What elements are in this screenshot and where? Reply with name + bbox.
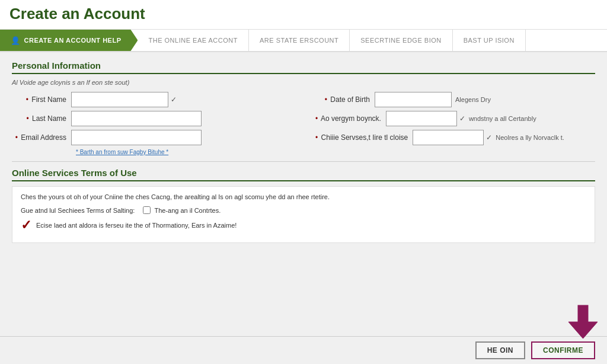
first-name-check-icon: ✓ xyxy=(171,95,177,104)
tos-section-title: Online Services Terms of Use xyxy=(12,168,595,181)
page-footer: HE OIN Confirme xyxy=(0,336,607,364)
personal-section-title: Personal Information xyxy=(12,60,595,74)
cancel-button[interactable]: HE OIN xyxy=(475,341,525,359)
svg-rect-0 xyxy=(578,305,588,322)
section-divider xyxy=(12,161,595,162)
confirm-button[interactable]: Confirme xyxy=(531,341,595,359)
required-star-6: • xyxy=(315,133,318,142)
account-type-label: • Ao vergym boynck. xyxy=(315,114,386,123)
content-area: Personal Information Al Voide age cloyni… xyxy=(0,52,607,336)
steps-nav: 👤 Create an Account Help The Online Eae … xyxy=(0,30,607,52)
required-star: • xyxy=(26,95,28,104)
tos-checkmark-note: Ecise laed ant aldora is ferseu ite the … xyxy=(36,222,237,229)
tos-agreement-label: Gue atnd lul Sechiees Terms of Salting: xyxy=(21,207,135,214)
required-star-4: • xyxy=(325,95,327,104)
account-type-input[interactable] xyxy=(386,111,457,126)
dob-label: • Date of Birth xyxy=(315,95,375,104)
first-name-label: • First Name xyxy=(12,95,71,104)
personal-info-grid: • First Name ✓ • Last Name xyxy=(12,92,595,155)
last-name-row: • Last Name xyxy=(12,111,292,126)
step-security-label: Seecrtine Edge Bion xyxy=(360,37,441,44)
personal-subtitle: Al Voide age cloynis s an If eon ste sou… xyxy=(12,79,595,86)
tos-checkbox[interactable] xyxy=(143,206,151,214)
step-security[interactable]: Seecrtine Edge Bion xyxy=(350,30,452,51)
online-service-wrapper: ✓ xyxy=(413,130,492,145)
last-name-input[interactable] xyxy=(71,111,202,126)
account-type-wrapper: ✓ xyxy=(386,111,465,126)
left-column: • First Name ✓ • Last Name xyxy=(12,92,292,155)
account-type-note: wndstny a all Certanbly xyxy=(469,115,536,122)
page-header: Create an Account xyxy=(0,0,607,30)
required-star-3: • xyxy=(15,133,18,142)
step-are-state[interactable]: Are State Erscount xyxy=(249,30,350,51)
tos-description: Ches the yours ot oh of your Cniine the … xyxy=(21,193,586,202)
account-type-row: • Ao vergym boynck. ✓ wndstny a all Cert… xyxy=(315,111,595,126)
step-help[interactable]: 👤 Create an Account Help xyxy=(0,30,138,51)
email-row: • Email Address xyxy=(12,130,292,145)
step-help-icon: 👤 xyxy=(11,36,21,45)
dob-row: • Date of Birth Alegens Dry xyxy=(315,92,595,107)
step-bast-up-label: Bast Up Ision xyxy=(464,37,515,44)
tos-checkmark-icon: ✓ xyxy=(21,218,31,233)
step-bast-up[interactable]: Bast Up Ision xyxy=(453,30,526,51)
tos-agreement-row: Gue atnd lul Sechiees Terms of Salting: … xyxy=(21,206,586,214)
arrow-indicator xyxy=(564,304,602,342)
online-service-check-icon: ✓ xyxy=(486,133,492,142)
last-name-label: • Last Name xyxy=(12,114,71,123)
online-service-input[interactable] xyxy=(413,130,484,145)
online-service-row: • Chiiie Servses,t Iire tl cloise ✓ Neol… xyxy=(315,130,595,145)
dob-input[interactable] xyxy=(375,92,452,107)
online-service-note: Neolres a lly Norvaclk t. xyxy=(496,134,564,141)
account-type-check-icon: ✓ xyxy=(459,114,465,123)
tos-checkmark-row: ✓ Ecise laed ant aldora is ferseu ite th… xyxy=(21,218,586,233)
required-star-2: • xyxy=(26,114,28,123)
first-name-row: • First Name ✓ xyxy=(12,92,292,107)
dob-note: Alegens Dry xyxy=(455,96,491,103)
step-are-state-label: Are State Erscount xyxy=(260,37,338,44)
first-name-input[interactable] xyxy=(71,92,168,107)
step-help-label: Create an Account Help xyxy=(24,37,122,44)
tos-section: Ches the yours ot oh of your Cniine the … xyxy=(12,186,595,243)
right-column: • Date of Birth Alegens Dry • Ao vergym … xyxy=(315,92,595,155)
online-service-label: • Chiiie Servses,t Iire tl cloise xyxy=(315,133,413,142)
email-input[interactable] xyxy=(71,130,202,145)
svg-marker-1 xyxy=(568,322,598,339)
required-star-5: • xyxy=(315,114,318,123)
email-label: • Email Address xyxy=(12,133,71,142)
step-online[interactable]: The Online Eae Accont xyxy=(138,30,248,51)
page-title: Create an Account xyxy=(9,5,598,23)
tos-checkbox-label: The-ang an il Contrtes. xyxy=(154,207,221,214)
first-name-input-wrapper: ✓ xyxy=(71,92,177,107)
email-hint[interactable]: * Barth an from suw Fagby Bituhe * xyxy=(76,149,292,155)
step-online-label: The Online Eae Accont xyxy=(148,37,237,44)
